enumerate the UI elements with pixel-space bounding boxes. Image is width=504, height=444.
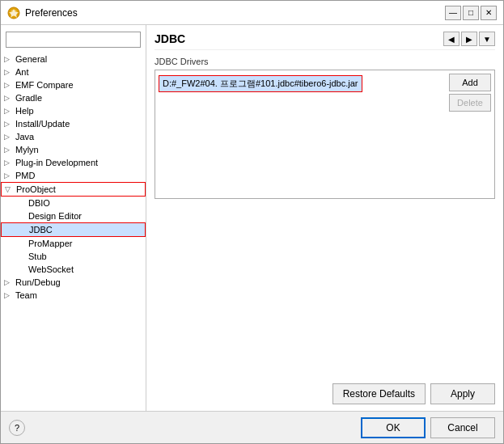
sidebar: ▷ General ▷ Ant ▷ EMF Compare ▷ Gradle ▷… <box>1 25 146 411</box>
driver-list: D:#_FW2#04. 프로그램#101.jdbc#tibero6-jdbc.j… <box>159 74 491 94</box>
nav-dropdown-button[interactable]: ▼ <box>479 32 495 46</box>
maximize-button[interactable]: □ <box>463 6 479 20</box>
content-area: ▷ General ▷ Ant ▷ EMF Compare ▷ Gradle ▷… <box>1 25 503 411</box>
sidebar-item-run-debug[interactable]: ▷ Run/Debug <box>1 276 146 289</box>
sidebar-item-label: Team <box>15 290 37 300</box>
sidebar-item-dbio[interactable]: DBIO <box>1 197 146 209</box>
driver-row: D:#_FW2#04. 프로그램#101.jdbc#tibero6-jdbc.j… <box>159 74 491 94</box>
help-button[interactable]: ? <box>9 420 25 436</box>
footer-buttons: OK Cancel <box>361 417 495 438</box>
sidebar-item-label: General <box>15 54 47 64</box>
sidebar-item-label: Java <box>15 132 34 142</box>
sidebar-item-label: Ant <box>15 67 29 77</box>
main-header: JDBC ◀ ▶ ▼ <box>155 32 495 50</box>
section-label: JDBC Drivers <box>155 57 495 66</box>
ok-button[interactable]: OK <box>361 417 426 438</box>
sidebar-item-java[interactable]: ▷ Java <box>1 130 146 143</box>
sidebar-item-label: JDBC <box>29 225 53 235</box>
sidebar-item-proobject[interactable]: ▽ ProObject <box>1 182 146 197</box>
cancel-button[interactable]: Cancel <box>430 417 495 438</box>
expand-arrow: ▷ <box>4 107 15 115</box>
back-button[interactable]: ◀ <box>443 32 460 46</box>
sidebar-item-pmd[interactable]: ▷ PMD <box>1 169 146 182</box>
sidebar-item-jdbc[interactable]: JDBC <box>1 222 146 237</box>
title-bar: Preferences — □ ✕ <box>1 1 503 25</box>
close-button[interactable]: ✕ <box>481 6 497 20</box>
sidebar-item-label: WebSocket <box>28 264 74 274</box>
sidebar-item-design-editor[interactable]: Design Editor <box>1 209 146 222</box>
preferences-window: Preferences — □ ✕ ▷ General ▷ Ant ▷ EM <box>0 0 504 444</box>
sidebar-item-label: ProObject <box>16 184 56 194</box>
expand-arrow: ▷ <box>4 68 15 76</box>
forward-button[interactable]: ▶ <box>461 32 477 46</box>
expand-arrow: ▽ <box>5 185 16 193</box>
expand-arrow: ▷ <box>4 133 15 141</box>
nav-controls: ◀ ▶ ▼ <box>443 32 495 46</box>
sidebar-item-label: PMD <box>15 171 35 180</box>
expand-arrow: ▷ <box>4 146 15 154</box>
action-row: Restore Defaults Apply <box>155 383 495 404</box>
sidebar-item-label: Stub <box>28 252 47 261</box>
sidebar-item-label: Run/Debug <box>15 277 61 287</box>
main-panel: JDBC ◀ ▶ ▼ JDBC Drivers D:#_FW2#04. 프로그램… <box>146 25 503 411</box>
driver-box: D:#_FW2#04. 프로그램#101.jdbc#tibero6-jdbc.j… <box>155 70 495 199</box>
sidebar-item-label: Help <box>15 106 34 116</box>
sidebar-item-websocket[interactable]: WebSocket <box>1 263 146 276</box>
sidebar-item-label: Install/Update <box>15 119 70 129</box>
sidebar-item-general[interactable]: ▷ General <box>1 53 146 66</box>
sidebar-item-promapper[interactable]: ProMapper <box>1 237 146 250</box>
sidebar-item-label: Design Editor <box>28 211 82 221</box>
delete-button[interactable]: Delete <box>449 94 491 112</box>
expand-arrow: ▷ <box>4 291 15 299</box>
add-button[interactable]: Add <box>449 74 491 91</box>
expand-arrow: ▷ <box>4 55 15 63</box>
expand-arrow: ▷ <box>4 81 15 89</box>
search-box <box>6 32 141 48</box>
minimize-button[interactable]: — <box>445 6 461 20</box>
expand-arrow: ▷ <box>4 171 15 180</box>
sidebar-item-label: DBIO <box>28 198 50 208</box>
window-icon <box>7 6 20 19</box>
sidebar-item-label: EMF Compare <box>15 80 74 90</box>
sidebar-item-label: ProMapper <box>28 239 72 248</box>
expand-arrow: ▷ <box>4 120 15 128</box>
expand-arrow: ▷ <box>4 94 15 102</box>
restore-defaults-button[interactable]: Restore Defaults <box>332 383 426 404</box>
sidebar-item-label: Mylyn <box>15 145 39 154</box>
sidebar-item-plug-in-dev[interactable]: ▷ Plug-in Development <box>1 156 146 169</box>
sidebar-item-label: Gradle <box>15 93 42 103</box>
footer-bar: ? OK Cancel <box>1 411 503 443</box>
driver-entry[interactable]: D:#_FW2#04. 프로그램#101.jdbc#tibero6-jdbc.j… <box>159 75 362 92</box>
sidebar-item-mylyn[interactable]: ▷ Mylyn <box>1 143 146 156</box>
search-input[interactable] <box>6 32 141 48</box>
window-controls: — □ ✕ <box>445 6 497 20</box>
side-buttons: Add Delete <box>449 74 491 112</box>
sidebar-item-help[interactable]: ▷ Help <box>1 104 146 117</box>
sidebar-item-team[interactable]: ▷ Team <box>1 289 146 302</box>
sidebar-item-stub[interactable]: Stub <box>1 250 146 263</box>
expand-arrow: ▷ <box>4 159 15 167</box>
sidebar-item-install-update[interactable]: ▷ Install/Update <box>1 117 146 130</box>
window-title: Preferences <box>25 7 445 19</box>
apply-button[interactable]: Apply <box>430 383 495 404</box>
expand-arrow: ▷ <box>4 278 15 286</box>
sidebar-item-label: Plug-in Development <box>15 158 98 167</box>
sidebar-item-gradle[interactable]: ▷ Gradle <box>1 91 146 104</box>
sidebar-item-emf-compare[interactable]: ▷ EMF Compare <box>1 78 146 91</box>
sidebar-item-ant[interactable]: ▷ Ant <box>1 66 146 78</box>
main-title: JDBC <box>155 32 185 45</box>
